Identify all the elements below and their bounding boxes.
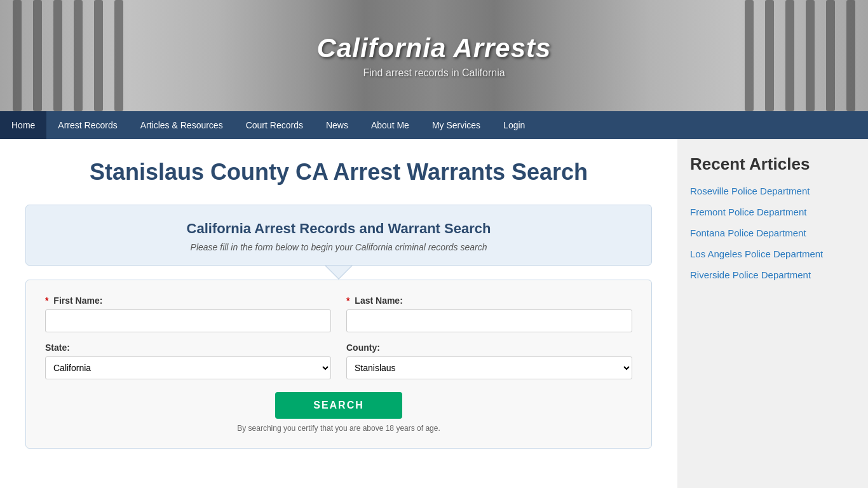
- required-star-last: *: [346, 295, 349, 306]
- sidebar-link-roseville[interactable]: Roseville Police Department: [690, 186, 855, 196]
- nav-arrest-records[interactable]: Arrest Records: [46, 111, 128, 139]
- county-select[interactable]: Stanislaus Los Angeles San Diego Other: [346, 356, 632, 379]
- last-name-input[interactable]: [346, 309, 632, 332]
- header-text-block: California Arrests Find arrest records i…: [317, 33, 552, 79]
- nav-home[interactable]: Home: [0, 111, 46, 139]
- sidebar-link-fontana[interactable]: Fontana Police Department: [690, 227, 855, 238]
- required-star-first: *: [45, 295, 48, 306]
- form-row-location: State: California Other County: Stanisla…: [45, 342, 632, 379]
- search-box-title: California Arrest Records and Warrant Se…: [45, 220, 632, 237]
- page-heading: Stanislaus County CA Arrest Warrants Sea…: [25, 158, 652, 186]
- search-info-box: California Arrest Records and Warrant Se…: [25, 205, 652, 266]
- form-row-names: * First Name: * Last Name:: [45, 295, 632, 332]
- last-name-label: * Last Name:: [346, 295, 632, 306]
- nav-login[interactable]: Login: [492, 111, 536, 139]
- search-box-subtitle: Please fill in the form below to begin y…: [45, 242, 632, 252]
- arrow-down-icon: [325, 266, 353, 280]
- main-nav: Home Arrest Records Articles & Resources…: [0, 111, 868, 139]
- sidebar: Recent Articles Roseville Police Departm…: [677, 139, 868, 488]
- sidebar-link-riverside[interactable]: Riverside Police Department: [690, 269, 855, 280]
- site-subtitle: Find arrest records in California: [317, 67, 552, 79]
- state-label: State:: [45, 342, 331, 353]
- sidebar-heading: Recent Articles: [690, 154, 855, 174]
- county-group: County: Stanislaus Los Angeles San Diego…: [346, 342, 632, 379]
- state-group: State: California Other: [45, 342, 331, 379]
- bars-left-decoration: [0, 0, 140, 111]
- sidebar-link-fremont[interactable]: Fremont Police Department: [690, 207, 855, 217]
- arrow-connector: [25, 266, 652, 280]
- sidebar-link-los-angeles[interactable]: Los Angeles Police Department: [690, 248, 855, 259]
- form-note: By searching you certify that you are ab…: [45, 424, 632, 433]
- county-label: County:: [346, 342, 632, 353]
- nav-about-me[interactable]: About Me: [360, 111, 421, 139]
- nav-news[interactable]: News: [315, 111, 360, 139]
- first-name-input[interactable]: [45, 309, 331, 332]
- nav-articles-resources[interactable]: Articles & Resources: [129, 111, 234, 139]
- page-body: Stanislaus County CA Arrest Warrants Sea…: [0, 139, 868, 488]
- site-header: California Arrests Find arrest records i…: [0, 0, 868, 111]
- site-title: California Arrests: [317, 33, 552, 64]
- search-form-container: * First Name: * Last Name: State:: [25, 280, 652, 449]
- last-name-group: * Last Name:: [346, 295, 632, 332]
- bars-right-decoration: [728, 0, 868, 111]
- nav-court-records[interactable]: Court Records: [234, 111, 315, 139]
- nav-my-services[interactable]: My Services: [421, 111, 492, 139]
- first-name-group: * First Name:: [45, 295, 331, 332]
- search-button[interactable]: SEARCH: [275, 392, 402, 419]
- first-name-label: * First Name:: [45, 295, 331, 306]
- main-content: Stanislaus County CA Arrest Warrants Sea…: [0, 139, 677, 488]
- state-select[interactable]: California Other: [45, 356, 331, 379]
